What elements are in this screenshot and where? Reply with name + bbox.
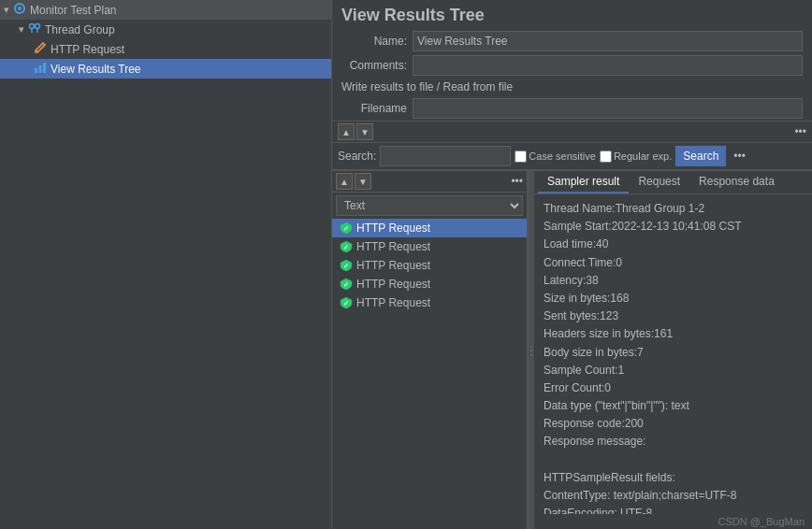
request-item-5[interactable]: ✓ HTTP Request bbox=[332, 293, 527, 312]
name-label: Name: bbox=[341, 35, 407, 48]
right-panel: View Results Tree Name: Comments: Write … bbox=[332, 0, 812, 529]
shield-icon-2: ✓ bbox=[340, 240, 353, 253]
write-results-text: Write results to file / Read from file bbox=[341, 80, 513, 93]
settings-icon bbox=[13, 2, 26, 18]
tab-response-data[interactable]: Response data bbox=[689, 171, 784, 193]
tree-item-monitor-test-plan[interactable]: Monitor Test Plan Monitor Test Plan bbox=[0, 0, 331, 20]
shield-icon-1: ✓ bbox=[340, 222, 353, 235]
request-item-3-label: HTTP Request bbox=[356, 259, 430, 272]
search-button[interactable]: Search bbox=[675, 146, 726, 166]
shield-icon-3: ✓ bbox=[340, 259, 353, 272]
request-item-2-label: HTTP Request bbox=[356, 240, 430, 253]
svg-text:✓: ✓ bbox=[343, 263, 349, 269]
text-dropdown[interactable]: Text bbox=[336, 195, 523, 216]
search-more-icon[interactable]: ••• bbox=[733, 150, 746, 163]
chevron-down-icon bbox=[19, 23, 24, 36]
shield-icon-4: ✓ bbox=[340, 278, 353, 291]
search-label: Search: bbox=[338, 150, 376, 163]
chart-icon bbox=[34, 61, 47, 77]
svg-rect-8 bbox=[43, 63, 46, 73]
svg-rect-6 bbox=[35, 68, 37, 73]
comments-input[interactable] bbox=[413, 55, 803, 76]
results-toolbar-row2: ▲ ▼ ••• bbox=[332, 171, 527, 193]
regular-exp-checkbox[interactable] bbox=[600, 150, 612, 163]
search-input[interactable] bbox=[380, 146, 511, 166]
comments-row: Comments: bbox=[332, 53, 812, 78]
remove-btn[interactable]: ▼ bbox=[356, 123, 373, 140]
filename-label: Filename bbox=[341, 102, 407, 115]
watermark: CSDN @_BugMan bbox=[534, 514, 812, 529]
add-btn[interactable]: ▲ bbox=[338, 123, 355, 140]
shield-icon-5: ✓ bbox=[340, 296, 353, 309]
tree-item-view-results-tree[interactable]: View Results Tree bbox=[0, 59, 331, 79]
results-remove-btn[interactable]: ▼ bbox=[355, 173, 371, 190]
results-right: Sampler result Request Response data Thr… bbox=[534, 171, 812, 529]
request-item-4-label: HTTP Request bbox=[356, 278, 430, 291]
comments-label: Comments: bbox=[341, 59, 407, 72]
request-item-3[interactable]: ✓ HTTP Request bbox=[332, 256, 527, 275]
thread-group-icon bbox=[28, 21, 41, 37]
case-sensitive-label[interactable]: Case sensitive bbox=[515, 150, 596, 163]
svg-text:✓: ✓ bbox=[343, 244, 349, 250]
chevron-down-icon bbox=[4, 4, 9, 16]
request-item-2[interactable]: ✓ HTTP Request bbox=[332, 237, 527, 256]
svg-point-3 bbox=[36, 24, 40, 29]
pencil-icon bbox=[34, 41, 47, 57]
toolbar-row-1: ▲ ▼ ••• bbox=[332, 121, 812, 142]
request-list: ✓ HTTP Request ✓ HTTP Request bbox=[332, 219, 527, 529]
tree-item-thread-group-label: Thread Group bbox=[45, 23, 115, 36]
tab-request[interactable]: Request bbox=[629, 171, 689, 193]
request-item-1[interactable]: ✓ HTTP Request bbox=[332, 219, 527, 237]
results-more-icon[interactable]: ••• bbox=[511, 175, 523, 188]
tree-item-thread-group[interactable]: Thread Group bbox=[0, 20, 331, 39]
dropdown-row: Text bbox=[332, 193, 527, 219]
more-dots-icon[interactable]: ••• bbox=[794, 125, 806, 138]
search-row: Search: Case sensitive Regular exp. Sear… bbox=[332, 142, 812, 170]
tree-item-http-request-label: HTTP Request bbox=[51, 43, 124, 56]
tree-item-http-request[interactable]: HTTP Request bbox=[0, 39, 331, 59]
svg-text:✓: ✓ bbox=[343, 225, 349, 232]
regular-exp-label[interactable]: Regular exp. bbox=[600, 150, 672, 163]
tab-bar: Sampler result Request Response data bbox=[534, 171, 812, 194]
svg-point-2 bbox=[30, 24, 35, 29]
tree-area: Monitor Test Plan Monitor Test Plan Thre… bbox=[0, 0, 331, 529]
name-input[interactable] bbox=[413, 31, 803, 51]
svg-text:✓: ✓ bbox=[343, 281, 349, 288]
left-panel: Monitor Test Plan Monitor Test Plan Thre… bbox=[0, 0, 332, 529]
tree-item-label: Monitor Test Plan bbox=[30, 4, 117, 17]
panel-title: View Results Tree bbox=[332, 0, 812, 29]
tab-sampler-result[interactable]: Sampler result bbox=[538, 171, 629, 193]
filename-input[interactable] bbox=[413, 98, 803, 119]
case-sensitive-checkbox[interactable] bbox=[515, 150, 527, 163]
results-add-btn[interactable]: ▲ bbox=[336, 173, 353, 190]
request-item-4[interactable]: ✓ HTTP Request bbox=[332, 275, 527, 293]
svg-rect-7 bbox=[39, 65, 42, 73]
request-item-1-label: HTTP Request bbox=[356, 222, 430, 235]
tree-item-view-results-label: View Results Tree bbox=[51, 63, 141, 76]
svg-text:✓: ✓ bbox=[343, 300, 349, 307]
filename-row: Filename bbox=[332, 96, 812, 121]
request-item-5-label: HTTP Request bbox=[356, 296, 430, 309]
svg-point-1 bbox=[18, 7, 22, 10]
write-results-row: Write results to file / Read from file bbox=[332, 78, 812, 96]
name-row: Name: bbox=[332, 29, 812, 53]
results-area: ▲ ▼ ••• Text ✓ HTTP Request bbox=[332, 170, 812, 529]
sampler-result-content: Thread Name:Thread Group 1-2 Sample Star… bbox=[534, 194, 812, 514]
results-left: ▲ ▼ ••• Text ✓ HTTP Request bbox=[332, 171, 529, 529]
